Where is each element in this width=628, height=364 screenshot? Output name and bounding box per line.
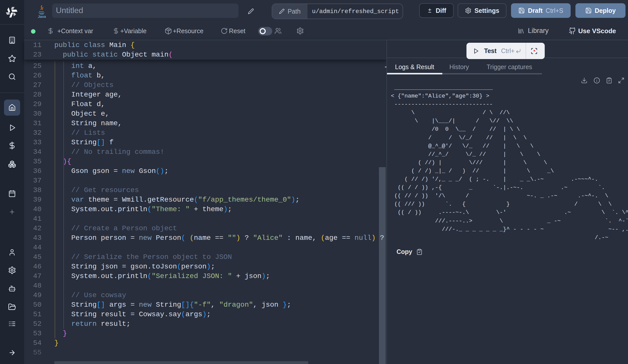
svg-text:Java: Java xyxy=(38,15,46,19)
